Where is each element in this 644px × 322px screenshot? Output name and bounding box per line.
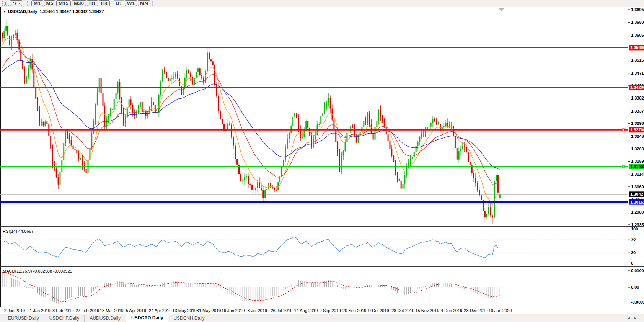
candle-body (140, 102, 141, 107)
timeframe-button-m30[interactable]: M30 (72, 0, 86, 6)
candle-body (445, 123, 447, 126)
timeframe-button-m15[interactable]: M15 (56, 0, 71, 6)
candle-body (186, 70, 187, 77)
price-tick-label: 1.33370 (631, 109, 644, 113)
candle-body (305, 121, 307, 131)
candle-body (183, 87, 184, 95)
candle-body (343, 151, 344, 155)
timeframe-button-mn[interactable]: MN (138, 0, 150, 6)
candle-body (488, 207, 489, 214)
candle-body (153, 102, 154, 105)
candle-body (326, 103, 327, 107)
timeframe-button-m1[interactable]: M1 (31, 0, 43, 6)
candle-body (93, 121, 94, 133)
candle-body (102, 93, 103, 106)
level-price-label: 1.32700 (630, 127, 644, 132)
candle-body (143, 111, 145, 112)
candle-body (447, 123, 448, 126)
collapse-triangle-icon: ▼ (3, 10, 6, 13)
date-label: 15 Nov 2019 (415, 308, 439, 313)
price-chart[interactable]: 1.369501.365001.360501.351601.347101.342… (0, 7, 644, 226)
candle-body (69, 135, 70, 140)
date-label: 28 Oct 2019 (391, 308, 414, 313)
candle-body (15, 33, 16, 35)
date-label: 20 Sep 2019 (342, 308, 366, 313)
ma-mid-line[interactable] (2, 51, 500, 185)
candle-body (457, 148, 458, 159)
candle-body (455, 136, 456, 148)
candle-body (67, 133, 68, 135)
candle-body (365, 121, 366, 122)
rsi-scale-label: 70 (631, 237, 636, 242)
date-label: 26 Jul 2019 (271, 308, 292, 313)
tab-usdcnh[interactable]: USDCNH,Daily (168, 315, 210, 322)
tab-usdchf[interactable]: USDCHF,Daily (44, 315, 85, 322)
tab-usdcad[interactable]: USDCAD,Daily (126, 314, 168, 322)
tab-scroll-left-icon[interactable]: ◄ (627, 316, 634, 320)
rsi-scale-label: 100 (631, 227, 638, 231)
candle-body (162, 70, 163, 82)
sort-arrows-icon (12, 0, 17, 6)
candle-body (416, 146, 417, 152)
candle-body (259, 182, 260, 188)
candle-body (481, 195, 482, 200)
date-label: 8 Feb 2019 (52, 308, 74, 313)
text-tool-button[interactable]: T (2, 1, 9, 6)
candle-body (397, 172, 398, 179)
candle-body (236, 159, 238, 165)
candle-body (58, 177, 59, 185)
candle-body (227, 124, 228, 129)
timeframe-button-m5[interactable]: M5 (44, 0, 56, 6)
level-handle[interactable] (622, 165, 624, 168)
candle-body (335, 129, 336, 142)
candle-body (86, 169, 87, 173)
candle-body (166, 72, 167, 78)
date-label: 24 Apr 2019 (149, 308, 171, 313)
candle-body (39, 110, 40, 123)
level-price-label: 1.31405 (630, 164, 644, 169)
candle-body (432, 119, 433, 123)
arrange-button[interactable]: ▾ (10, 0, 22, 6)
rsi-line (4, 237, 500, 258)
candle-body (421, 133, 422, 137)
candle-body (318, 124, 320, 125)
candle-body (26, 77, 27, 82)
ma-fast-line[interactable] (2, 38, 500, 206)
price-tick-label: 1.36050 (631, 33, 644, 38)
candle-body (281, 167, 282, 177)
tab-scroll-right-icon[interactable]: ► (634, 316, 640, 320)
toolbar-grip[interactable] (27, 1, 29, 6)
candle-body (268, 183, 269, 189)
candle-body (328, 98, 329, 103)
candle-body (345, 142, 346, 151)
candle-body (209, 52, 210, 59)
candle-body (63, 143, 64, 160)
candle-body (106, 119, 107, 126)
candle-body (367, 114, 368, 122)
timeframe-button-d1[interactable]: D1 (114, 0, 124, 6)
candle-body (262, 190, 264, 198)
candle-body (235, 146, 236, 159)
candle-body (35, 87, 36, 99)
candle-body (333, 120, 334, 129)
timeframe-button-h4[interactable]: H4 (99, 0, 110, 6)
candle-body (410, 159, 411, 162)
candle-body (142, 102, 143, 112)
candle-body (249, 184, 251, 185)
candle-body (129, 99, 130, 107)
candle-body (330, 98, 331, 109)
chart-shift-marker-icon[interactable] (499, 8, 504, 11)
timeframe-button-h1[interactable]: H1 (87, 0, 98, 6)
level-handle[interactable] (622, 129, 624, 131)
candle-body (462, 146, 463, 149)
price-tick-label: 1.29350 (631, 222, 644, 226)
timeframe-button-w1[interactable]: W1 (125, 0, 137, 6)
candle-body (43, 122, 44, 126)
date-axis[interactable]: 2 Jan 201921 Jan 20198 Feb 201927 Feb 20… (0, 307, 644, 314)
rsi-panel[interactable]: 10070300 (0, 227, 644, 266)
candle-body (9, 36, 10, 45)
tab-audusd[interactable]: AUDUSD,Daily (85, 315, 126, 322)
tab-eurusd[interactable]: EURUSD,Daily (3, 315, 44, 322)
macd-panel[interactable]: 0.0100350.00-0.009153 (0, 267, 644, 307)
candle-body (356, 136, 357, 142)
